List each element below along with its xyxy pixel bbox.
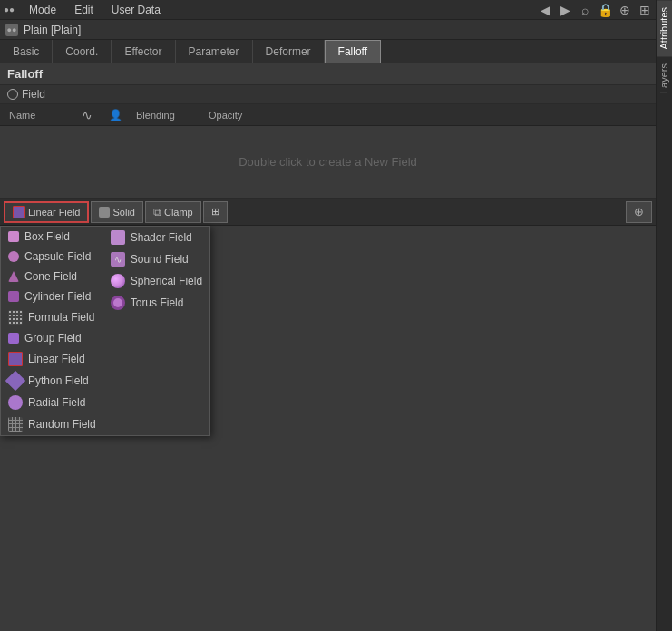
linear-field-icon [13, 206, 25, 218]
title-bar: ●● Plain [Plain] [0, 20, 656, 40]
sound-field-item[interactable]: ∿ Sound Field [103, 248, 209, 270]
tab-falloff[interactable]: Falloff [325, 40, 381, 63]
clamp-icon: ⧉ [153, 206, 161, 218]
cylinder-field-icon [8, 291, 19, 302]
spherical-field-item[interactable]: Spherical Field [103, 270, 209, 292]
arrow-right-icon[interactable]: ▶ [558, 3, 572, 17]
lock-icon[interactable]: 🔒 [598, 3, 612, 17]
menu-bar: ●● Mode Edit User Data ◀ ▶ ⌕ 🔒 ⊕ ⊞ [0, 0, 656, 20]
section-falloff: Falloff [0, 63, 656, 85]
random-field-icon [8, 417, 23, 432]
empty-field-area[interactable]: Double click to create a New Field [0, 126, 656, 199]
group-field-icon [8, 333, 19, 344]
app-icon: ●● [4, 5, 15, 15]
random-field-item[interactable]: Random Field [1, 413, 103, 435]
cone-field-item[interactable]: Cone Field [1, 267, 103, 286]
tab-bar: Basic Coord. Effector Parameter Deformer… [0, 40, 656, 63]
column-headers: Name ∿ 👤 Blending Opacity [0, 104, 656, 126]
menu-mode[interactable]: Mode [25, 2, 60, 18]
search-icon[interactable]: ⌕ [578, 3, 592, 17]
dropdown-left-col: Box Field Capsule Field Cone Field Cylin… [1, 227, 103, 435]
right-tool-icon: ⊕ [634, 205, 644, 218]
torus-field-item[interactable]: Torus Field [103, 292, 209, 314]
col-blending: Blending [131, 110, 203, 121]
cylinder-field-item[interactable]: Cylinder Field [1, 286, 103, 306]
field-dropdown: Box Field Capsule Field Cone Field Cylin… [0, 226, 210, 436]
tab-effector[interactable]: Effector [112, 40, 175, 63]
col-person: 👤 [103, 109, 131, 121]
menu-edit[interactable]: Edit [71, 2, 97, 18]
menu-right-icons: ◀ ▶ ⌕ 🔒 ⊕ ⊞ [538, 3, 652, 17]
radial-field-icon [8, 395, 23, 410]
toolbar-right: ⊕ [626, 201, 652, 223]
sidebar-tab-layers[interactable]: Layers [657, 56, 672, 101]
subsection-field: Field [0, 85, 656, 104]
grid-icon[interactable]: ⊞ [638, 3, 652, 17]
window-title: Plain [Plain] [24, 24, 81, 36]
python-field-item[interactable]: Python Field [1, 370, 103, 392]
dropdown-inner: Box Field Capsule Field Cone Field Cylin… [1, 227, 209, 435]
right-tool-button[interactable]: ⊕ [626, 201, 652, 223]
linear-field-button[interactable]: Linear Field [4, 201, 89, 223]
box-field-item[interactable]: Box Field [1, 227, 103, 247]
menu-userdata[interactable]: User Data [108, 2, 164, 18]
radial-field-item[interactable]: Radial Field [1, 392, 103, 413]
linear-field-item[interactable]: Linear Field [1, 348, 103, 370]
tab-deformer[interactable]: Deformer [253, 40, 325, 63]
sidebar-tab-attributes[interactable]: Attributes [657, 0, 672, 56]
solid-icon [99, 207, 110, 218]
python-field-icon [5, 371, 26, 392]
formula-field-icon [8, 310, 23, 325]
main-content: ●● Mode Edit User Data ◀ ▶ ⌕ 🔒 ⊕ ⊞ ●● Pl… [0, 0, 656, 631]
toolbar: Linear Field Solid ⧉ Clamp ⊞ ⊕ [0, 199, 656, 226]
dropdown-right-col: Shader Field ∿ Sound Field Spherical Fie… [103, 227, 209, 435]
solid-button[interactable]: Solid [91, 201, 142, 223]
tab-coord[interactable]: Coord. [53, 40, 112, 63]
shader-field-item[interactable]: Shader Field [103, 227, 209, 248]
arrow-left-icon[interactable]: ◀ [538, 3, 552, 17]
right-sidebar: Attributes Layers [656, 0, 672, 631]
col-name: Name [4, 110, 76, 121]
tab-parameter[interactable]: Parameter [176, 40, 253, 63]
linear-field-dropdown-icon [8, 352, 23, 366]
torus-field-icon [111, 296, 125, 310]
sound-field-icon: ∿ [111, 252, 125, 267]
col-opacity: Opacity [203, 110, 276, 121]
extra-icon: ⊞ [211, 206, 219, 218]
group-field-item[interactable]: Group Field [1, 328, 103, 348]
extra-button[interactable]: ⊞ [203, 201, 228, 223]
circle-plus-icon[interactable]: ⊕ [618, 3, 632, 17]
capsule-field-item[interactable]: Capsule Field [1, 247, 103, 267]
box-field-icon [8, 231, 19, 242]
col-wave: ∿ [76, 108, 103, 122]
cone-field-icon [8, 271, 19, 282]
capsule-field-icon [8, 251, 19, 262]
formula-field-item[interactable]: Formula Field [1, 306, 103, 328]
tab-basic[interactable]: Basic [0, 40, 53, 63]
radio-icon [7, 89, 18, 100]
clamp-button[interactable]: ⧉ Clamp [145, 201, 201, 223]
title-dot: ●● [5, 24, 18, 36]
spherical-field-icon [111, 274, 125, 288]
shader-field-icon [111, 230, 125, 245]
